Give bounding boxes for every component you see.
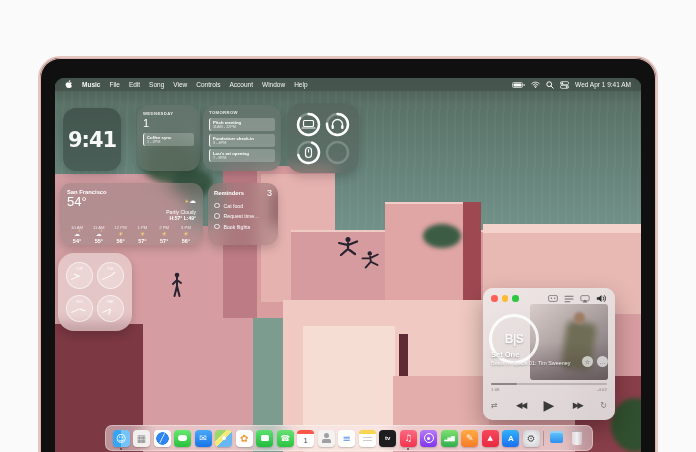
reminders-widget[interactable]: Reminders 3 Cat food Request time… Book … [208, 183, 278, 245]
zoom-button[interactable] [512, 295, 519, 302]
track-title: Set One [491, 350, 519, 359]
hour-temp: 56° [176, 238, 196, 244]
hour-temp: 56° [111, 238, 131, 244]
dock-icon-downloads-folder[interactable] [548, 430, 565, 447]
dock-icon-trash[interactable] [568, 430, 585, 447]
play-button[interactable]: ▶ [544, 397, 555, 413]
running-indicator [407, 448, 409, 450]
reminder-checkbox[interactable] [214, 213, 220, 219]
more-options-button[interactable]: … [597, 356, 608, 367]
tomorrow-event[interactable]: Fundraiser check-in 3 - 4PM [209, 134, 275, 147]
menu-item-controls[interactable]: Controls [196, 81, 220, 88]
dock-icon-contacts[interactable] [318, 430, 335, 447]
dock-icon-maps[interactable] [215, 430, 232, 447]
menu-item-account[interactable]: Account [230, 81, 254, 88]
reminder-checkbox[interactable] [214, 203, 220, 209]
menu-item-edit[interactable]: Edit [129, 81, 140, 88]
event-time: 11AM - 12PM [213, 125, 272, 129]
dock-icon-launchpad[interactable] [133, 430, 150, 447]
dock-icon-safari[interactable] [154, 430, 171, 447]
laptop-frame: Music File Edit Song View Controls Accou… [38, 56, 658, 452]
album-artwork [530, 304, 608, 380]
repeat-button[interactable]: ↻ [600, 401, 607, 410]
menu-item-song[interactable]: Song [149, 81, 164, 88]
empty-battery-ring [324, 139, 351, 166]
previous-button[interactable]: ◀◀ [516, 400, 525, 410]
calendar-weekday: WEDNESDAY [143, 111, 194, 116]
control-center-icon[interactable] [560, 81, 569, 89]
dock-icon-calendar[interactable]: 1 [297, 430, 314, 447]
dock-icon-podcasts[interactable] [420, 430, 437, 447]
world-clock-widget[interactable]: CUP TOK SYD PAR [58, 253, 132, 331]
person-jumping [337, 236, 359, 256]
menu-item-file[interactable]: File [109, 81, 119, 88]
dock-icon-phone[interactable] [277, 430, 294, 447]
wifi-icon[interactable] [531, 81, 540, 88]
lyrics-icon[interactable] [548, 295, 558, 303]
minimize-button[interactable] [502, 295, 509, 302]
dock-icon-music[interactable] [400, 430, 417, 447]
person-jumping [360, 249, 381, 269]
dock-icon-numbers[interactable] [441, 430, 458, 447]
tomorrow-event[interactable]: Pitch meeting 11AM - 12PM [209, 118, 275, 131]
clock-widget[interactable]: 9:41 [63, 108, 121, 171]
weather-widget[interactable]: San Francisco 54° ☀☁ Partly Cloudy H:57°… [60, 183, 203, 245]
volume-icon[interactable] [596, 294, 607, 303]
menu-item-view[interactable]: View [173, 81, 187, 88]
reminder-item[interactable]: Book flights [214, 224, 272, 230]
battery-icon[interactable] [512, 82, 525, 88]
dock-icon-mail[interactable] [195, 430, 212, 447]
analog-clock: PAR [97, 295, 124, 322]
tomorrow-event[interactable]: Lou's art opening 7 - 8PM [209, 149, 275, 162]
reminder-label: Cat food [224, 203, 244, 209]
dock-icon-reminders[interactable] [338, 430, 355, 447]
menu-item-help[interactable]: Help [294, 81, 307, 88]
headphones-battery-ring [324, 111, 351, 138]
analog-clock: CUP [66, 262, 93, 289]
dock-icon-notes[interactable] [359, 430, 376, 447]
laptop-battery-ring [295, 111, 322, 138]
weather-high-low: H:57° L:49° [166, 215, 196, 221]
calendar-event[interactable]: Coffee sync 1 - 2PM [143, 133, 194, 146]
analog-clock: TOK [97, 262, 124, 289]
city-label: CUP [67, 267, 92, 271]
dock-icon-facetime[interactable] [256, 430, 273, 447]
sunny-icon: ☀ [154, 230, 174, 238]
reminder-checkbox[interactable] [214, 224, 220, 230]
event-time: 7 - 8PM [213, 156, 272, 160]
analog-clock: SYD [66, 295, 93, 322]
airplay-icon[interactable] [580, 295, 590, 303]
close-button[interactable] [491, 295, 498, 302]
track-subtitle: Beats In Space 01: Tim Sweeney [491, 360, 591, 366]
dock-icon-tv[interactable]: tv [379, 430, 396, 447]
dock-icon-messages[interactable] [174, 430, 191, 447]
clock-time: 9:41 [68, 128, 116, 152]
partly-cloudy-icon: ☁☀ [67, 230, 87, 238]
queue-icon[interactable] [564, 295, 574, 303]
dock-icon-pages[interactable] [461, 430, 478, 447]
batteries-widget[interactable] [287, 103, 359, 173]
dock-icon-settings[interactable] [523, 430, 540, 447]
dock-icon-app-store[interactable]: A [502, 430, 519, 447]
shuffle-button[interactable]: ⇄ [491, 401, 498, 410]
reminder-item[interactable]: Cat food [214, 203, 272, 209]
menu-item-music[interactable]: Music [82, 81, 100, 88]
search-icon[interactable] [546, 81, 554, 89]
hour-temp: 55° [89, 238, 109, 244]
dock-icon-photos[interactable] [236, 430, 253, 447]
favorite-star-button[interactable]: ☆ [582, 356, 593, 367]
tomorrow-widget[interactable]: TOMORROW Pitch meeting 11AM - 12PM Fundr… [203, 105, 281, 171]
menu-item-window[interactable]: Window [262, 81, 285, 88]
calendar-widget[interactable]: WEDNESDAY 1 Coffee sync 1 - 2PM [137, 105, 200, 171]
weather-hourly-forecast: 10 AM ☁☀ 54° 11 AM ☁☀ 55° 12 PM ☀ 56° 1 … [67, 225, 196, 244]
weather-temperature: 54° [67, 195, 107, 209]
reminder-item[interactable]: Request time… [214, 213, 272, 219]
music-mini-player-window[interactable]: B|S Set One Beats In Space 01: Tim Sween… [483, 288, 615, 420]
menu-bar-clock[interactable]: Wed Apr 1 9:41 AM [575, 81, 631, 88]
dock-icon-finder[interactable] [113, 430, 130, 447]
partly-cloudy-icon: ☁☀ [89, 230, 109, 238]
calendar-event-time: 1 - 2PM [147, 140, 191, 144]
apple-menu[interactable] [65, 80, 73, 90]
dock-icon-rocket[interactable] [482, 430, 499, 447]
next-button[interactable]: ▶▶ [573, 400, 582, 410]
